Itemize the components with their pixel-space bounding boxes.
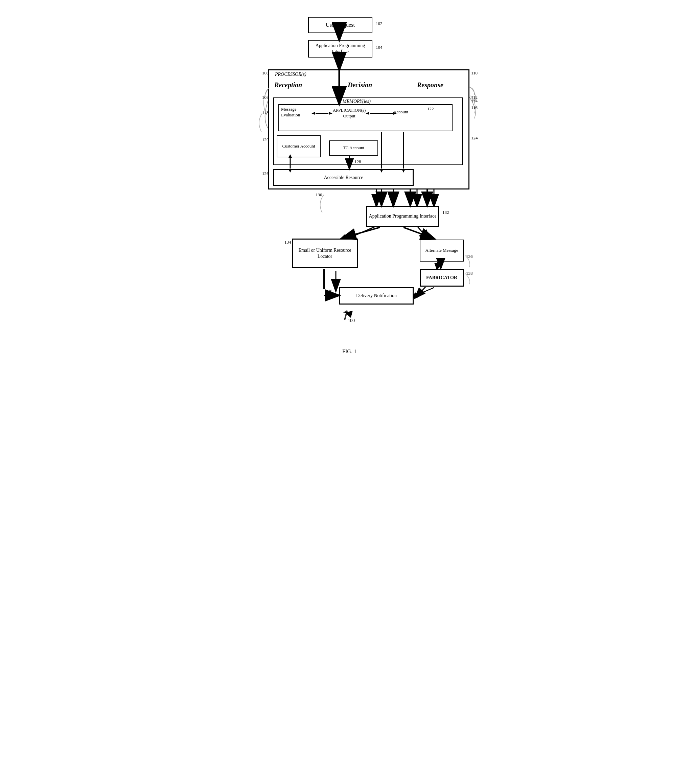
ref-138: 138	[466, 271, 473, 276]
ref-110: 110	[471, 70, 478, 76]
app-output-label: APPLICATION(s) Output	[330, 108, 369, 119]
ref-130: 130	[316, 192, 322, 198]
ref-126: 126	[262, 171, 269, 176]
tc-account-box: TC Account	[329, 140, 378, 156]
ref-122: 122	[427, 106, 434, 112]
processor-label: PROCESSOR(s)	[275, 72, 306, 77]
svg-line-54	[343, 227, 380, 238]
ref-106: 106	[262, 70, 269, 76]
reception-label: Reception	[274, 81, 302, 89]
user-request-label: User Request	[326, 21, 355, 29]
memory-label: MEMORY(ies)	[343, 99, 371, 104]
api-bottom-box: Application Programming Interface	[366, 206, 439, 227]
api-top-box: Application ProgrammingInterface	[308, 40, 372, 58]
account-label: Account	[393, 109, 408, 115]
fabricator-box: FABRICATOR	[420, 269, 464, 287]
api-top-label: Application ProgrammingInterface	[316, 43, 365, 55]
figure-caption: FIG. 1	[234, 349, 464, 355]
email-url-box: Email or Uniform Resource Locator	[292, 239, 358, 268]
alternate-message-box: Alternate Message	[420, 240, 464, 262]
user-request-box: User Request	[308, 17, 372, 33]
ref-132: 132	[442, 210, 449, 215]
ref-124: 124	[471, 135, 478, 141]
ref-102: 102	[376, 21, 383, 26]
ref-108: 108	[262, 95, 269, 100]
accessible-resource-box: Accessible Resource	[273, 169, 414, 186]
ref-134: 134	[284, 240, 291, 245]
decision-label: Decision	[348, 81, 372, 89]
ref-118: 118	[262, 110, 268, 115]
ref-116: 116	[471, 105, 478, 110]
svg-line-55	[403, 227, 434, 239]
ref-128: 128	[355, 159, 361, 165]
diagram: User Request 102 Application Programming…	[234, 13, 498, 345]
response-label: Response	[417, 81, 444, 89]
svg-line-59	[415, 287, 426, 298]
ref-120: 120	[262, 137, 269, 142]
message-eval-label: Message Evaluation	[281, 107, 315, 118]
ref-140: 140	[326, 288, 332, 294]
ref-136: 136	[466, 254, 473, 259]
svg-line-29	[410, 288, 434, 298]
customer-account-box: Customer Account	[277, 135, 321, 157]
ref-104: 104	[376, 44, 383, 50]
delivery-notification-box: Delivery Notification	[339, 287, 414, 305]
ref-114: 114	[471, 98, 478, 104]
